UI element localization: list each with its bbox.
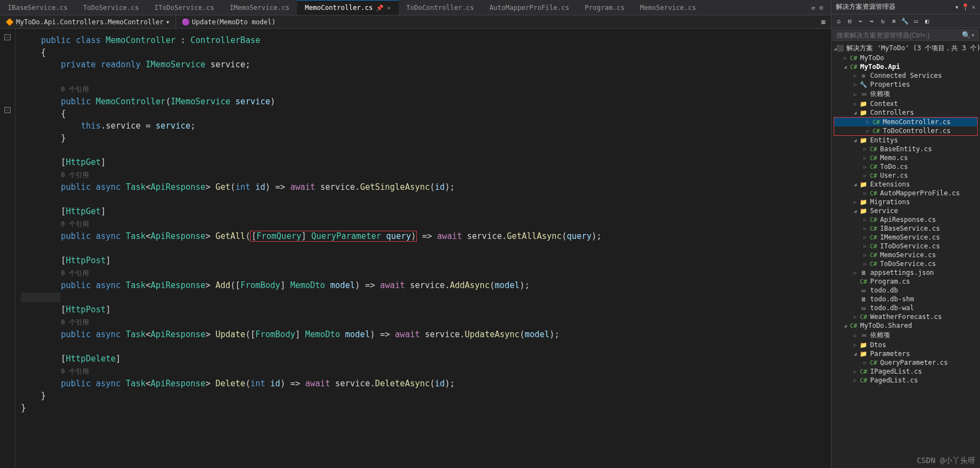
folder-icon: 📁 [859, 208, 868, 215]
tree-file-memocontroller[interactable]: ▷C#MemoController.cs [834, 118, 977, 126]
tree-file[interactable]: ▷🗎appsettings.json [831, 268, 980, 277]
collapse-icon[interactable]: ⊟ [845, 16, 855, 26]
tree-folder[interactable]: ◢📁Service [831, 206, 980, 215]
file-icon: ▭ [859, 305, 868, 312]
tab-memoservice[interactable]: MemoService.cs [632, 0, 703, 15]
tree-file[interactable]: C#Program.cs [831, 277, 980, 286]
tree-file[interactable]: ▷C#User.cs [831, 171, 980, 180]
tab-automapper[interactable]: AutoMapperProFile.cs [482, 0, 578, 15]
connected-icon: ⊕ [859, 72, 868, 79]
tree-item[interactable]: ▷⫘依赖项 [831, 330, 980, 341]
tab-program[interactable]: Program.cs [577, 0, 632, 15]
cs-icon: C# [859, 377, 868, 384]
tree-file[interactable]: ▷C#WeatherForecast.cs [831, 312, 980, 321]
tree-file[interactable]: ▷C#IMemoService.cs [831, 233, 980, 242]
tree-file[interactable]: ▷C#PagedList.cs [831, 376, 980, 385]
tree-solution[interactable]: ◢⬛解决方案 'MyToDo' (3 个项目，共 3 个) [831, 43, 980, 54]
tree-file[interactable]: ▷C#ApiResponse.cs [831, 215, 980, 224]
preview-icon[interactable]: ◧ [922, 16, 932, 26]
nav-member[interactable]: 🟣Update(MemoDto model) [176, 17, 816, 27]
back-icon[interactable]: ← [856, 16, 866, 26]
folder-icon: 📁 [859, 342, 868, 349]
deps-icon: ⫘ [859, 332, 868, 339]
pin-icon[interactable]: 📌 [376, 4, 384, 12]
tree-file-todocontroller[interactable]: ▷C#ToDoController.cs [834, 126, 977, 135]
tree-folder[interactable]: ▷📁Dtos [831, 341, 980, 349]
tree-folder[interactable]: ◢📁Extensions [831, 180, 980, 189]
codelens-refs[interactable]: 0 个引用 [61, 220, 88, 228]
nav-class[interactable]: 🔶MyToDo.Api.Controllers.MemoController▾ [0, 17, 176, 27]
tree-folder[interactable]: ▷📁Migrations [831, 198, 980, 206]
nav-bar: 🔶MyToDo.Api.Controllers.MemoController▾ … [0, 15, 831, 29]
showall-icon[interactable]: ▭ [911, 16, 921, 26]
codelens-refs[interactable]: 0 个引用 [61, 86, 88, 93]
cs-icon: C# [859, 368, 868, 375]
tree-folder[interactable]: ◢📁Controllers [831, 108, 980, 117]
codelens-refs[interactable]: 0 个引用 [61, 269, 88, 277]
tab-todoservice[interactable]: ToDoService.cs [75, 0, 146, 15]
editor-area: IBaseService.cs ToDoService.cs IToDoServ… [0, 0, 831, 468]
tree-file[interactable]: ▷C#ToDo.cs [831, 162, 980, 171]
tree-file[interactable]: 🗎todo.db-shm [831, 295, 980, 304]
properties-icon[interactable]: 🔧 [900, 16, 910, 26]
close-icon[interactable]: × [972, 3, 976, 11]
cs-icon: C# [869, 146, 878, 153]
tree-item[interactable]: ▷⊕Connected Services [831, 71, 980, 80]
tree-file[interactable]: ▭todo.db-wal [831, 304, 980, 312]
tree-folder[interactable]: ◢📁Parameters [831, 349, 980, 358]
collapse-button[interactable]: − [4, 107, 10, 113]
refresh-icon[interactable]: ↻ [878, 16, 888, 26]
tree-project[interactable]: ◢C#MyToDo.Api [831, 62, 980, 71]
tree-file[interactable]: ▷C#AutoMapperProFile.cs [831, 189, 980, 198]
collapse-button[interactable]: − [4, 34, 10, 40]
tree-project[interactable]: ◢C#MyToDo.Shared [831, 321, 980, 330]
search-icon[interactable]: 🔍▾ [962, 31, 975, 39]
tree-folder[interactable]: ◢📁Entitys [831, 136, 980, 145]
tree-item[interactable]: ▷⫘依赖项 [831, 89, 980, 99]
tree-file[interactable]: ▷C#IToDoService.cs [831, 242, 980, 251]
codelens-refs[interactable]: 0 个引用 [61, 318, 88, 326]
tree-item[interactable]: ▷🔧Properties [831, 80, 980, 89]
solution-icon: ⬛ [836, 45, 844, 52]
tree-project[interactable]: ▷C#MyToDo [831, 54, 980, 62]
folder-icon: 📁 [859, 137, 868, 144]
tree-file[interactable]: ▭todo.db [831, 286, 980, 295]
tree-file[interactable]: ▷C#QueryParameter.cs [831, 358, 980, 367]
folder-icon: 📁 [859, 350, 868, 358]
tree-file[interactable]: ▷C#ToDoService.cs [831, 259, 980, 268]
tab-memocontroller[interactable]: MemoController.cs📌× [297, 0, 398, 15]
panel-header: 解决方案资源管理器 ▾ 📍 × [831, 0, 980, 14]
cs-icon: C# [872, 119, 881, 126]
tab-imemoservice[interactable]: IMemoService.cs [222, 0, 297, 15]
sync-icon[interactable]: ↔ [867, 16, 877, 26]
pin-icon[interactable]: 📍 [961, 3, 970, 11]
filter-icon[interactable]: ≡ [889, 16, 899, 26]
tree-file[interactable]: ▷C#IPagedList.cs [831, 367, 980, 376]
tab-todocontroller[interactable]: ToDoController.cs [399, 0, 482, 15]
dropdown-icon[interactable]: ▾ [955, 3, 959, 11]
code-content[interactable]: public class MemoController : Controller… [15, 29, 831, 468]
search-box[interactable]: 🔍▾ [833, 29, 979, 41]
tab-ibaseservice[interactable]: IBaseService.cs [0, 0, 75, 15]
codelens-refs[interactable]: 0 个引用 [61, 171, 88, 179]
csproj-icon: C# [849, 55, 858, 62]
panel-title: 解决方案资源管理器 [836, 2, 896, 12]
csproj-icon: C# [849, 322, 858, 329]
close-icon[interactable]: × [387, 4, 391, 12]
tree-folder[interactable]: ▷📁Context [831, 99, 980, 108]
folder-icon: 📁 [859, 100, 868, 108]
nav-split-icon[interactable]: ⊞ [816, 17, 831, 27]
tree-file[interactable]: ▷C#Memo.cs [831, 153, 980, 162]
home-icon[interactable]: ⌂ [834, 16, 844, 26]
tree-file[interactable]: ▷C#BaseEntity.cs [831, 145, 980, 153]
json-icon: 🗎 [859, 269, 868, 276]
folder-icon: 📁 [859, 109, 868, 116]
tab-overflow-icon[interactable]: ⇄ ⚙ [803, 0, 831, 15]
search-input[interactable] [836, 31, 962, 39]
solution-explorer: 解决方案资源管理器 ▾ 📍 × ⌂ ⊟ ← ↔ ↻ ≡ 🔧 ▭ ◧ 🔍▾ ◢⬛解… [831, 0, 980, 468]
codelens-refs[interactable]: 0 个引用 [61, 368, 88, 375]
method-icon: 🟣 [182, 18, 190, 26]
tree-file[interactable]: ▷C#IBaseService.cs [831, 224, 980, 233]
tree-file[interactable]: ▷C#MemoService.cs [831, 251, 980, 259]
tab-itodoservice[interactable]: IToDoService.cs [147, 0, 222, 15]
